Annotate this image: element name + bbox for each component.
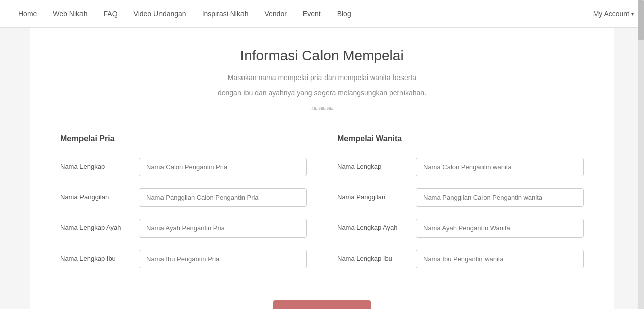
groom-full-name-input[interactable]	[139, 158, 307, 176]
groom-column: Mempelai Pria Nama Lengkap Nama Panggila…	[60, 134, 307, 280]
bride-full-name-label: Nama Lengkap	[337, 162, 408, 171]
bride-mother-label: Nama Lengkap Ibu	[337, 254, 408, 263]
bride-section-title: Mempelai Wanita	[337, 134, 584, 143]
page-subtitle-line2: dengan ibu dan ayahnya yang segera melan…	[60, 87, 584, 98]
submit-button[interactable]: LANJUTKAN	[273, 300, 371, 309]
groom-father-label: Nama Lengkap Ayah	[60, 223, 131, 233]
chevron-down-icon: ▾	[631, 11, 634, 17]
bride-father-label: Nama Lengkap Ayah	[337, 223, 408, 233]
nav-item: Blog	[329, 1, 359, 27]
main-nav: HomeWeb NikahFAQVideo UndanganInspirasi …	[0, 0, 644, 28]
bride-nickname-label: Nama Panggilan	[337, 193, 408, 202]
bride-mother-row: Nama Lengkap Ibu	[337, 250, 584, 268]
groom-full-name-row: Nama Lengkap	[60, 158, 307, 176]
main-content: Informasi Calon Mempelai Masukan nama me…	[30, 28, 614, 309]
bride-full-name-input[interactable]	[416, 158, 584, 176]
nav-link[interactable]: Vendor	[256, 1, 294, 27]
nav-link[interactable]: Inspirasi Nikah	[194, 1, 257, 27]
my-account-label: My Account	[593, 10, 629, 18]
groom-section-title: Mempelai Pria	[60, 134, 307, 143]
groom-nickname-row: Nama Panggilan	[60, 188, 307, 207]
bride-column: Mempelai Wanita Nama Lengkap Nama Panggi…	[337, 134, 584, 280]
nav-list: HomeWeb NikahFAQVideo UndanganInspirasi …	[10, 1, 593, 27]
groom-full-name-label: Nama Lengkap	[60, 162, 131, 171]
nav-link[interactable]: Home	[10, 1, 45, 27]
groom-nickname-label: Nama Panggilan	[60, 193, 131, 202]
scrollbar[interactable]	[638, 0, 644, 309]
nav-item: Inspirasi Nikah	[194, 1, 257, 27]
form-columns: Mempelai Pria Nama Lengkap Nama Panggila…	[60, 134, 584, 280]
scrollbar-thumb[interactable]	[638, 0, 644, 40]
bride-nickname-row: Nama Panggilan	[337, 188, 584, 207]
groom-mother-label: Nama Lengkap Ibu	[60, 254, 131, 263]
nav-link[interactable]: FAQ	[96, 1, 126, 27]
nav-link[interactable]: Video Undangan	[126, 1, 194, 27]
bride-nickname-input[interactable]	[416, 188, 584, 207]
bride-full-name-row: Nama Lengkap	[337, 158, 584, 176]
my-account-menu[interactable]: My Account ▾	[593, 10, 634, 18]
nav-item: Event	[295, 1, 329, 27]
groom-mother-input[interactable]	[139, 250, 307, 268]
ornament-icon: ❧❧❧	[60, 103, 584, 114]
groom-nickname-input[interactable]	[139, 188, 307, 207]
nav-link[interactable]: Web Nikah	[45, 1, 95, 27]
nav-item: FAQ	[96, 1, 126, 27]
nav-item: Video Undangan	[126, 1, 194, 27]
nav-item: Home	[10, 1, 45, 27]
title-section: Informasi Calon Mempelai Masukan nama me…	[60, 48, 584, 114]
nav-item: Web Nikah	[45, 1, 95, 27]
bride-mother-input[interactable]	[416, 250, 584, 268]
bride-father-row: Nama Lengkap Ayah	[337, 219, 584, 238]
groom-mother-row: Nama Lengkap Ibu	[60, 250, 307, 268]
submit-section: LANJUTKAN	[60, 300, 584, 309]
nav-item: Vendor	[256, 1, 294, 27]
page-title: Informasi Calon Mempelai	[60, 48, 584, 64]
nav-link[interactable]: Blog	[329, 1, 359, 27]
page-subtitle-line1: Masukan nama mempelai pria dan mempelai …	[60, 72, 584, 83]
nav-link[interactable]: Event	[295, 1, 329, 27]
groom-father-row: Nama Lengkap Ayah	[60, 219, 307, 238]
groom-father-input[interactable]	[139, 219, 307, 238]
bride-father-input[interactable]	[416, 219, 584, 238]
